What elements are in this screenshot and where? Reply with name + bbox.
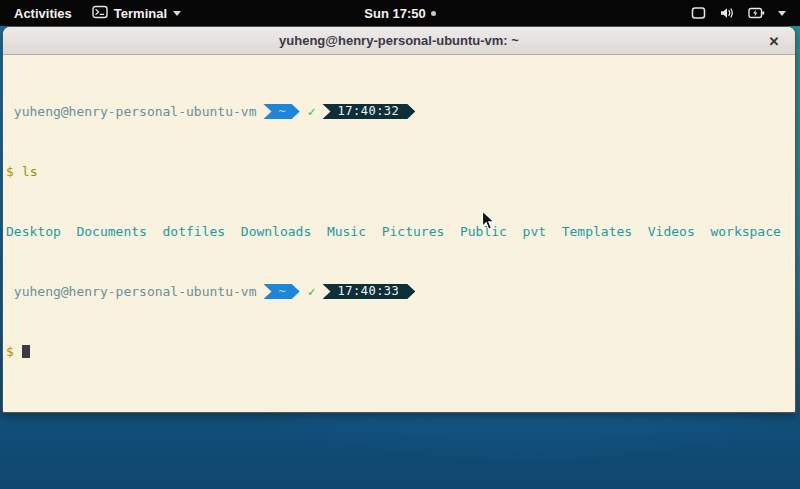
- path-segment: ~: [263, 104, 299, 119]
- display-icon: [691, 6, 706, 20]
- volume-icon: [719, 6, 735, 20]
- terminal-content[interactable]: yuheng@henry-personal-ubuntu-vm ~ ✓ 17:4…: [3, 55, 795, 413]
- battery-charging-icon: [748, 6, 765, 20]
- terminal-cursor: [22, 345, 30, 358]
- prompt-symbol: $: [6, 344, 14, 359]
- activities-button[interactable]: Activities: [10, 4, 76, 23]
- app-menu-label: Terminal: [114, 6, 167, 21]
- user-host-label: yuheng@henry-personal-ubuntu-vm: [6, 284, 256, 299]
- ls-output-line: Desktop Documents dotfiles Downloads Mus…: [6, 224, 792, 239]
- command-line: $ ls: [6, 164, 792, 179]
- user-host-label: yuheng@henry-personal-ubuntu-vm: [6, 104, 256, 119]
- prompt-line: yuheng@henry-personal-ubuntu-vm ~ ✓ 17:4…: [6, 284, 792, 299]
- status-check-icon: ✓: [308, 284, 316, 299]
- clock-label: Sun 17:50: [364, 6, 425, 21]
- window-title: yuheng@henry-personal-ubuntu-vm: ~: [279, 33, 519, 48]
- gnome-top-bar: Activities Terminal Sun 17:50: [0, 0, 800, 26]
- prompt-line: yuheng@henry-personal-ubuntu-vm ~ ✓ 17:4…: [6, 104, 792, 119]
- terminal-icon: [92, 5, 108, 22]
- close-button[interactable]: ✕: [763, 30, 785, 52]
- status-check-icon: ✓: [308, 104, 316, 119]
- command-text: ls: [22, 164, 38, 179]
- path-segment: ~: [263, 284, 299, 299]
- notification-dot-icon: [431, 11, 436, 16]
- system-status-area[interactable]: [691, 6, 800, 20]
- app-menu[interactable]: Terminal: [92, 5, 181, 22]
- clock-button[interactable]: Sun 17:50: [364, 6, 435, 21]
- window-titlebar[interactable]: yuheng@henry-personal-ubuntu-vm: ~ ✕: [3, 27, 795, 55]
- prompt-symbol: $: [6, 164, 14, 179]
- directory-list: Desktop Documents dotfiles Downloads Mus…: [6, 224, 781, 239]
- time-segment: 17:40:32: [323, 104, 416, 119]
- time-segment: 17:40:33: [323, 284, 416, 299]
- caret-down-icon: [778, 11, 786, 16]
- caret-down-icon: [173, 11, 181, 16]
- terminal-window: yuheng@henry-personal-ubuntu-vm: ~ ✕ yuh…: [2, 26, 796, 413]
- input-line[interactable]: $: [6, 344, 792, 359]
